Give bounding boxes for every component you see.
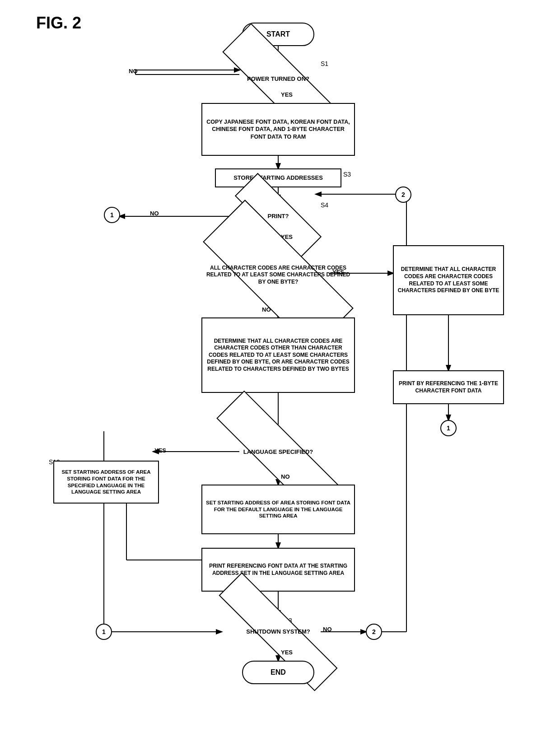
end-terminal: END bbox=[242, 661, 314, 684]
s1-yes-label: YES bbox=[281, 91, 293, 98]
s5-no-label: NO bbox=[262, 306, 271, 313]
s9-yes-label: YES bbox=[154, 447, 166, 454]
s1-decision: POWER TURNED ON? bbox=[219, 59, 337, 99]
s13-no-label: NO bbox=[323, 626, 332, 633]
s6-process: DETERMINE THAT ALL CHARACTER CODES ARE C… bbox=[393, 245, 504, 315]
s13-yes-label: YES bbox=[281, 649, 293, 656]
s9-decision: LANGUAGE SPECIFIED? bbox=[210, 433, 346, 472]
connector-1-bottom: 1 bbox=[440, 420, 457, 436]
s8-process: PRINT BY REFERENCING THE 1-BYTE CHARACTE… bbox=[393, 370, 504, 404]
s3-process: STORE STARTING ADDRESSES bbox=[215, 168, 341, 187]
s2-process: COPY JAPANESE FONT DATA, KOREAN FONT DAT… bbox=[201, 103, 355, 156]
s11-process: SET STARTING ADDRESS OF AREA STORING FON… bbox=[201, 485, 355, 534]
connector-2-top: 2 bbox=[395, 187, 411, 203]
s9-no-label: NO bbox=[281, 473, 290, 480]
s7-process: DETERMINE THAT ALL CHARACTER CODES ARE C… bbox=[201, 317, 355, 393]
s10-process: SET STARTING ADDRESS OF AREA STORING FON… bbox=[53, 461, 159, 504]
connector-2-right: 2 bbox=[366, 624, 382, 640]
connector-1-left: 1 bbox=[104, 207, 120, 223]
figure-label: FIG. 2 bbox=[36, 14, 81, 33]
s12-process: PRINT REFERENCING FONT DATA AT THE START… bbox=[201, 548, 355, 592]
s5-decision: ALL CHARACTER CODES ARE CHARACTER CODES … bbox=[201, 245, 355, 305]
s4-no-label: NO bbox=[150, 210, 159, 217]
step-s3-label: S3 bbox=[343, 171, 351, 178]
s1-no-label: NO bbox=[129, 68, 138, 75]
connector-1-s13: 1 bbox=[96, 624, 112, 640]
